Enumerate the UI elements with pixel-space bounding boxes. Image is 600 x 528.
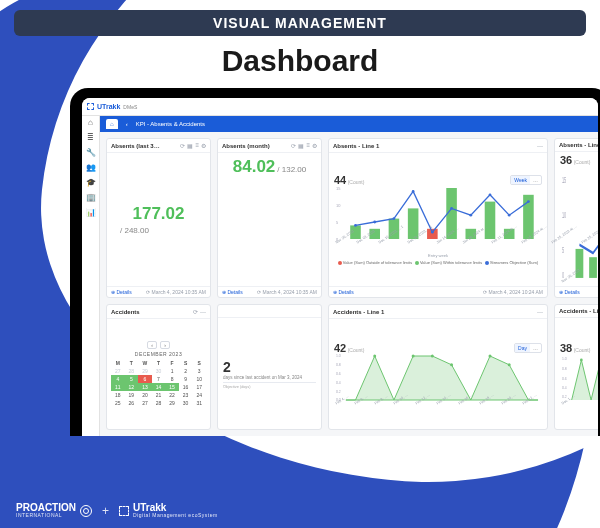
- home-icon[interactable]: ⌂: [88, 118, 93, 127]
- calendar-day[interactable]: 23: [179, 391, 193, 399]
- calendar-day[interactable]: 22: [165, 391, 179, 399]
- calendar-day[interactable]: 12: [125, 383, 139, 391]
- calendar-day[interactable]: 4: [111, 375, 125, 383]
- building-icon[interactable]: 🏢: [86, 193, 96, 202]
- list-view-icon[interactable]: ≡: [195, 142, 199, 149]
- kpi-divisor: / 132.00: [277, 165, 306, 174]
- gear-icon[interactable]: ⚙: [201, 142, 206, 149]
- calendar-day[interactable]: 20: [138, 391, 152, 399]
- calendar-day[interactable]: 21: [152, 391, 166, 399]
- svg-point-21: [489, 193, 492, 196]
- svg-point-22: [508, 214, 511, 217]
- calendar-day[interactable]: 27: [138, 399, 152, 407]
- more-icon[interactable]: ⋯: [200, 308, 206, 315]
- calendar-day[interactable]: 5: [125, 375, 139, 383]
- details-link[interactable]: ⊕ Details: [559, 289, 580, 295]
- chart-total: 36 (Count): [560, 154, 590, 166]
- calendar-day[interactable]: 30: [152, 367, 166, 375]
- calendar-day[interactable]: 13: [138, 383, 152, 391]
- chart-legend: Value (Sum) Outside of tolerance limits …: [334, 260, 542, 265]
- calendar-day[interactable]: 29: [165, 399, 179, 407]
- kpi-value: 84.02: [233, 157, 276, 177]
- breadcrumb-home-icon[interactable]: ⌂: [106, 119, 118, 129]
- svg-point-20: [469, 214, 472, 217]
- calendar-day[interactable]: 28: [125, 367, 139, 375]
- utrakk-logo: UTrakk Digital Management ecoSystem: [119, 503, 218, 518]
- card-absents-line-partial: Absents - Line 36 (Count) 15 10 5 0: [554, 138, 598, 298]
- list-view-icon[interactable]: ≡: [306, 142, 310, 149]
- svg-text:0.2: 0.2: [336, 390, 341, 394]
- calendar-day[interactable]: 3: [192, 367, 206, 375]
- more-icon[interactable]: ⋯: [537, 308, 543, 315]
- prev-month-button[interactable]: ‹: [147, 341, 157, 349]
- calendar-day[interactable]: 30: [179, 399, 193, 407]
- svg-point-41: [450, 363, 453, 366]
- area-chart-partial: 1.0 0.8 0.6 0.4 0.2: [560, 354, 598, 402]
- calendar-day[interactable]: 10: [192, 375, 206, 383]
- card-title: Accidents - Li: [559, 308, 598, 314]
- refresh-icon[interactable]: ⟳: [291, 142, 296, 149]
- calendar-day[interactable]: 17: [192, 383, 206, 391]
- calendar-day[interactable]: 8: [165, 375, 179, 383]
- calendar-day[interactable]: 19: [125, 391, 139, 399]
- people-icon[interactable]: 👥: [86, 163, 96, 172]
- details-link[interactable]: ⊕ Details: [111, 289, 132, 295]
- graduation-icon[interactable]: 🎓: [86, 178, 96, 187]
- chart-icon[interactable]: 📊: [86, 208, 96, 217]
- calendar-day[interactable]: 27: [111, 367, 125, 375]
- calendar-day[interactable]: 16: [179, 383, 193, 391]
- svg-point-38: [373, 355, 376, 358]
- app-header: UTrakk DMeS: [82, 98, 598, 116]
- svg-text:5: 5: [336, 220, 339, 225]
- period-toggle[interactable]: Day…: [514, 343, 542, 353]
- calendar-day[interactable]: 2: [179, 367, 193, 375]
- card-title: Accidents - Line 1: [333, 309, 384, 315]
- days-since-value: 2: [223, 359, 316, 375]
- svg-text:15: 15: [562, 175, 567, 184]
- period-toggle[interactable]: Week …: [510, 175, 542, 185]
- svg-text:0.6: 0.6: [562, 376, 567, 380]
- more-icon[interactable]: ⋯: [537, 142, 543, 149]
- calendar-day[interactable]: 15: [165, 383, 179, 391]
- svg-point-23: [527, 200, 530, 203]
- calendar-day[interactable]: 29: [138, 367, 152, 375]
- utrakk-square-icon: [119, 506, 129, 516]
- details-link[interactable]: ⊕ Details: [333, 289, 354, 295]
- grid-icon[interactable]: ▦: [187, 142, 193, 149]
- timestamp: ⟳ March 4, 2024 10:35 AM: [146, 289, 206, 295]
- refresh-icon[interactable]: ⟳: [180, 142, 185, 149]
- card-title: Accidents: [111, 309, 140, 315]
- refresh-icon[interactable]: ⟳: [193, 308, 198, 315]
- list-icon[interactable]: ≣: [87, 133, 94, 142]
- calendar-day[interactable]: 11: [111, 383, 125, 391]
- wrench-icon[interactable]: 🔧: [86, 148, 96, 157]
- calendar-day[interactable]: 18: [111, 391, 125, 399]
- kpi-divisor: / 248.00: [120, 226, 149, 235]
- calendar-day[interactable]: 28: [152, 399, 166, 407]
- svg-point-49: [580, 358, 583, 361]
- calendar-day[interactable]: 14: [152, 383, 166, 391]
- calendar-day[interactable]: 31: [192, 399, 206, 407]
- svg-text:15: 15: [336, 186, 341, 191]
- next-month-button[interactable]: ›: [160, 341, 170, 349]
- plus-icon: +: [102, 504, 109, 518]
- calendar-day[interactable]: 7: [152, 375, 166, 383]
- card-absents-last3: Absents (last 3… ⟳ ▦ ≡ ⚙ 177.02 / 248.00: [106, 138, 211, 298]
- details-link[interactable]: ⊕ Details: [222, 289, 243, 295]
- grid-icon[interactable]: ▦: [298, 142, 304, 149]
- card-title: Absents - Line: [559, 142, 598, 148]
- gear-icon[interactable]: ⚙: [312, 142, 317, 149]
- calendar-day[interactable]: 6: [138, 375, 152, 383]
- svg-point-15: [373, 221, 376, 224]
- svg-text:1.0: 1.0: [562, 356, 567, 360]
- calendar-day[interactable]: 25: [111, 399, 125, 407]
- calendar-day[interactable]: 24: [192, 391, 206, 399]
- calendar-day[interactable]: 1: [165, 367, 179, 375]
- calendar-day[interactable]: 9: [179, 375, 193, 383]
- calendar-day[interactable]: 26: [125, 399, 139, 407]
- svg-text:1.0: 1.0: [336, 354, 341, 358]
- svg-point-14: [354, 224, 357, 227]
- chart-total: 42 (Count): [334, 342, 364, 354]
- calendar-grid[interactable]: MTWTFSS272829301234567891011121314151617…: [111, 359, 206, 407]
- svg-text:0.6: 0.6: [336, 372, 341, 376]
